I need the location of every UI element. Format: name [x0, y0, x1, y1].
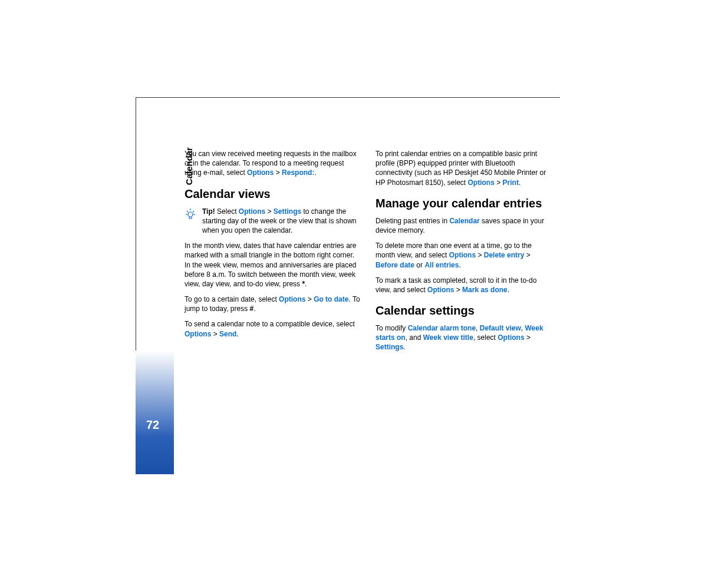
options-link[interactable]: Options [449, 251, 476, 259]
separator: > [274, 168, 282, 177]
text: Deleting past entries in [375, 217, 449, 225]
send-link[interactable]: Send [219, 330, 236, 338]
week-view-title-link[interactable]: Week view title [423, 333, 473, 342]
text: . [459, 261, 460, 269]
text: . [508, 286, 509, 294]
text: , and [406, 333, 423, 342]
respond-link[interactable]: Respond: [282, 168, 314, 177]
goto-date-link[interactable]: Go to date [314, 295, 348, 303]
delete-intro-paragraph: Deleting past entries in Calendar saves … [375, 216, 552, 235]
separator: > [524, 251, 530, 259]
separator: > [454, 286, 462, 294]
tip-lightbulb-icon [185, 208, 196, 221]
text: . [314, 168, 316, 177]
svg-line-7 [187, 217, 188, 218]
mark-done-link[interactable]: Mark as done [462, 286, 508, 294]
page-content: You can view received meeting requests i… [185, 149, 553, 358]
heading-calendar-views: Calendar views [185, 186, 361, 202]
separator: > [495, 178, 503, 187]
text: To modify [375, 324, 408, 332]
text: . [403, 343, 405, 351]
sidebar-gradient [136, 351, 174, 474]
text: To send a calendar note to a compatible … [185, 320, 355, 328]
options-link[interactable]: Options [239, 207, 265, 216]
mark-done-paragraph: To mark a task as completed, scroll to i… [375, 276, 552, 295]
alarm-tone-link[interactable]: Calendar alarm tone [408, 324, 476, 332]
left-column: You can view received meeting requests i… [185, 149, 361, 358]
tip-text: Tip! Select Options > Settings to change… [202, 207, 361, 236]
text: In the month view, dates that have calen… [185, 242, 357, 288]
options-link[interactable]: Options [427, 286, 454, 294]
delete-many-paragraph: To delete more than one event at a time,… [375, 241, 552, 270]
delete-entry-link[interactable]: Delete entry [484, 251, 525, 259]
separator: > [305, 295, 314, 303]
text: or [414, 261, 424, 269]
month-view-paragraph: In the month view, dates that have calen… [185, 241, 361, 289]
separator: > [476, 251, 484, 259]
svg-line-6 [193, 211, 194, 212]
goto-date-paragraph: To go to a certain date, select Options … [185, 295, 361, 313]
print-paragraph: To print calendar entries on a compatibl… [375, 149, 552, 187]
text: . [305, 280, 307, 288]
settings-link[interactable]: Settings [375, 343, 403, 351]
default-view-link[interactable]: Default view [480, 324, 521, 332]
send-note-paragraph: To send a calendar note to a compatible … [185, 319, 361, 338]
heading-manage-entries: Manage your calendar entries [375, 196, 552, 211]
right-column: To print calendar entries on a compatibl… [375, 149, 552, 358]
separator: > [265, 207, 274, 216]
text: . [253, 305, 255, 313]
settings-paragraph: To modify Calendar alarm tone, Default v… [375, 323, 552, 352]
intro-paragraph: You can view received meeting requests i… [185, 149, 361, 178]
text: , select [473, 333, 498, 342]
svg-line-5 [187, 211, 188, 212]
print-link[interactable]: Print [503, 178, 519, 187]
all-entries-link[interactable]: All entries [424, 261, 459, 269]
heading-calendar-settings: Calendar settings [375, 303, 552, 319]
options-link[interactable]: Options [247, 168, 274, 177]
page-number: 72 [146, 418, 159, 432]
options-link[interactable]: Options [279, 295, 305, 303]
tip-block: Tip! Select Options > Settings to change… [185, 207, 361, 236]
text: . [519, 178, 521, 187]
options-link[interactable]: Options [185, 330, 211, 338]
options-link[interactable]: Options [498, 333, 524, 342]
before-date-link[interactable]: Before date [375, 261, 414, 269]
svg-point-0 [188, 212, 193, 217]
calendar-link[interactable]: Calendar [449, 217, 479, 225]
tip-label: Tip! [202, 207, 215, 216]
options-link[interactable]: Options [468, 178, 495, 187]
text: . [236, 330, 238, 338]
separator: > [211, 330, 219, 338]
text: Select [215, 207, 239, 216]
settings-link[interactable]: Settings [274, 207, 301, 216]
text: To go to a certain date, select [185, 295, 279, 303]
text: , [476, 324, 480, 332]
separator: > [525, 333, 531, 342]
